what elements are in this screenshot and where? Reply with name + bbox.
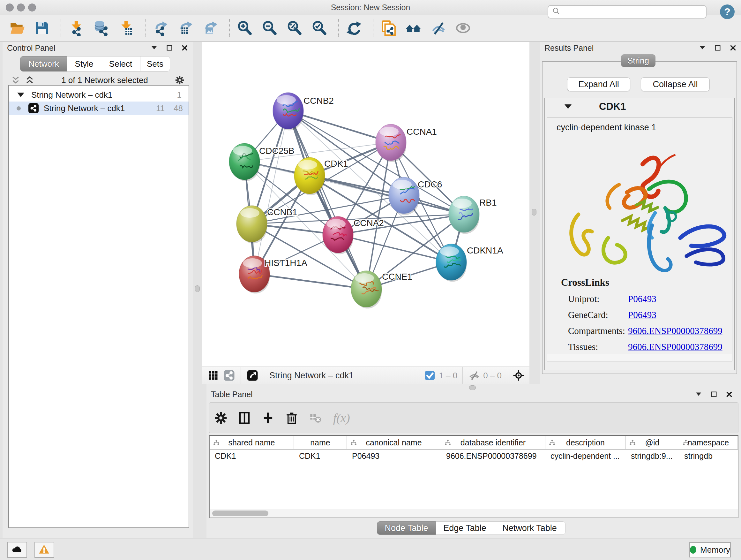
expand-all-button[interactable]: Expand All xyxy=(567,77,630,91)
panel-menu-icon[interactable] xyxy=(151,44,158,51)
collection-count: 1 xyxy=(177,90,182,100)
hide-panel-icon[interactable] xyxy=(429,19,447,37)
crosslink-label: Compartments: xyxy=(568,326,628,336)
table-cell[interactable]: 9606.ENSP00000378699 xyxy=(441,449,545,462)
table-splitter-handle[interactable] xyxy=(469,385,476,390)
right-splitter-handle[interactable] xyxy=(532,209,536,215)
node-CDK1[interactable]: CDK1 xyxy=(294,158,348,195)
column-header-shared-name[interactable]: shared name xyxy=(210,436,294,449)
selected-checkbox-icon[interactable] xyxy=(423,369,436,382)
zoom-in-icon[interactable] xyxy=(236,19,253,37)
expand-all-icon[interactable] xyxy=(25,75,35,85)
table-row[interactable]: CDK1CDK1P064939606.ENSP00000378699cyclin… xyxy=(210,449,738,462)
float-panel-icon[interactable] xyxy=(166,44,173,51)
node-RB1[interactable]: RB1 xyxy=(449,196,496,234)
import-network-icon[interactable] xyxy=(68,19,85,37)
import-table-icon[interactable] xyxy=(118,19,135,37)
save-session-icon[interactable] xyxy=(33,19,51,37)
node-result-header[interactable]: CDK1 xyxy=(545,98,734,115)
node-HIST1H1A[interactable]: HIST1H1A xyxy=(239,256,307,294)
column-header--id[interactable]: @id xyxy=(626,436,679,449)
table-cell[interactable]: cyclin-dependent ... xyxy=(545,449,626,462)
network-canvas[interactable]: CCNB2CCNA1CDC25BCDK1CDC6RB1CCNB1CCNA2CDK… xyxy=(202,42,529,367)
collapse-all-button[interactable]: Collapse All xyxy=(641,77,710,91)
crosslink-link[interactable]: P06493 xyxy=(628,310,657,320)
node-CCNE1[interactable]: CCNE1 xyxy=(351,271,412,308)
tab-string[interactable]: String xyxy=(621,54,656,67)
node-CCNA1[interactable]: CCNA1 xyxy=(376,124,437,162)
node-table: shared namenamecanonical namedatabase id… xyxy=(209,435,738,518)
network-collection-row[interactable]: String Network – cdk1 1 xyxy=(9,88,189,102)
column-header-name[interactable]: name xyxy=(294,436,347,449)
table-toolbar: f(x) xyxy=(209,402,738,433)
close-panel-icon[interactable] xyxy=(181,44,188,51)
clear-table-icon xyxy=(308,410,323,426)
table-cell[interactable]: CDK1 xyxy=(294,449,347,462)
edge-HIST1H1A-CCNE1[interactable] xyxy=(254,274,366,289)
zoom-selected-icon[interactable] xyxy=(311,19,328,37)
table-scrollbar-thumb[interactable] xyxy=(212,510,268,516)
table-menu-icon[interactable] xyxy=(695,391,702,398)
tab-node-table[interactable]: Node Table xyxy=(377,521,436,535)
homes-icon[interactable] xyxy=(405,19,422,37)
zoom-out-icon[interactable] xyxy=(261,19,278,37)
results-scrollbar[interactable] xyxy=(547,354,732,361)
column-header-namespace[interactable]: namespace xyxy=(679,436,738,449)
search-box[interactable] xyxy=(548,5,706,18)
tab-select[interactable]: Select xyxy=(101,56,140,71)
export-image-icon[interactable] xyxy=(202,19,219,37)
help-button[interactable]: ? xyxy=(720,4,735,19)
column-header-canonical-name[interactable]: canonical name xyxy=(347,436,441,449)
left-splitter-handle[interactable] xyxy=(195,286,200,292)
add-column-icon[interactable] xyxy=(260,410,276,426)
table-cell[interactable]: stringdb xyxy=(679,449,738,462)
birdseye-navigator-icon[interactable] xyxy=(512,369,525,382)
results-menu-icon[interactable] xyxy=(699,44,706,51)
search-input[interactable] xyxy=(563,7,706,17)
crosslink-link[interactable]: 9606.ENSP00000378699 xyxy=(628,341,723,352)
collapse-all-icon[interactable] xyxy=(11,75,20,85)
export-network-icon[interactable] xyxy=(152,19,169,37)
duplicate-document-icon[interactable] xyxy=(380,19,397,37)
zoom-fit-icon[interactable] xyxy=(286,19,303,37)
column-header-description[interactable]: description xyxy=(545,436,626,449)
node-CDKN1A[interactable]: CDKN1A xyxy=(436,244,503,282)
warnings-button[interactable] xyxy=(35,542,54,558)
grid-view-icon[interactable] xyxy=(207,369,219,382)
table-close-icon[interactable] xyxy=(726,391,733,398)
edge-CCNB2-CCNA1[interactable] xyxy=(288,111,391,142)
function-builder-icon: f(x) xyxy=(333,411,350,425)
detach-view-icon[interactable] xyxy=(246,369,259,382)
show-eye-icon[interactable] xyxy=(455,19,472,37)
crosslink-link[interactable]: P06493 xyxy=(628,294,657,304)
results-close-icon[interactable] xyxy=(730,44,737,51)
memory-button[interactable]: Memory xyxy=(689,542,731,557)
network-options-gear-icon[interactable] xyxy=(175,75,185,85)
delete-column-icon[interactable] xyxy=(284,410,299,426)
results-float-icon[interactable] xyxy=(714,44,721,51)
table-float-icon[interactable] xyxy=(711,391,718,398)
import-database-icon[interactable] xyxy=(92,19,110,37)
result-caret-icon[interactable] xyxy=(564,105,571,109)
table-cell[interactable]: CDK1 xyxy=(210,449,294,462)
column-header-database-identifier[interactable]: database identifier xyxy=(441,436,545,449)
node-CCNB1[interactable]: CCNB1 xyxy=(237,206,297,243)
network-row[interactable]: String Network – cdk1 11 48 xyxy=(9,102,189,115)
refresh-icon[interactable] xyxy=(345,19,362,37)
tab-style[interactable]: Style xyxy=(67,56,101,71)
show-columns-icon[interactable] xyxy=(237,410,252,426)
tab-network-table[interactable]: Network Table xyxy=(494,521,565,535)
collection-caret-icon[interactable] xyxy=(17,92,24,97)
open-session-icon[interactable] xyxy=(8,19,25,37)
table-horizontal-scrollbar[interactable] xyxy=(210,509,738,517)
table-settings-gear-icon[interactable] xyxy=(213,410,228,426)
table-cell[interactable]: P06493 xyxy=(347,449,441,462)
table-cell[interactable]: stringdb:9... xyxy=(626,449,679,462)
tab-sets[interactable]: Sets xyxy=(140,56,170,71)
tab-edge-table[interactable]: Edge Table xyxy=(436,521,494,535)
tab-network[interactable]: Network xyxy=(20,56,67,71)
crosslink-label: GeneCard: xyxy=(568,310,628,320)
export-table-icon[interactable] xyxy=(177,19,194,37)
crosslink-link[interactable]: 9606.ENSP00000378699 xyxy=(628,326,723,336)
cloud-status-button[interactable] xyxy=(7,542,27,558)
